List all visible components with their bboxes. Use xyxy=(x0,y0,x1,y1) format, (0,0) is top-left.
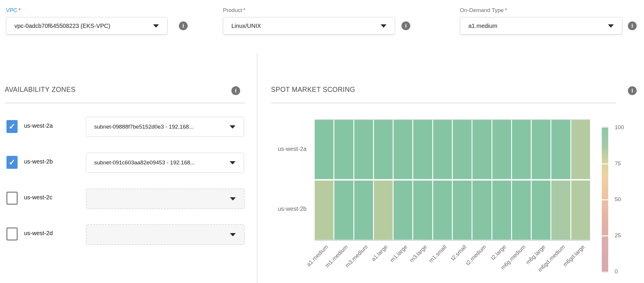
chevron-down-icon xyxy=(230,125,235,129)
legend-separator-2 xyxy=(602,235,608,236)
heatmap-col-label-t2.large: t2.large xyxy=(489,244,507,261)
legend-separator-0 xyxy=(602,164,608,164)
heatmap-col-label-m3.large: m3.large xyxy=(409,244,428,264)
heatmap-cell-us-west-2b-t2.medium xyxy=(472,181,491,240)
required-asterisk: * xyxy=(18,7,21,13)
legend-tick-25: 25 xyxy=(615,232,635,239)
heatmap-cell-us-west-2b-m1.large xyxy=(394,181,412,240)
heatmap-col-label-t2.small: t2.small xyxy=(450,244,468,262)
zone-label-us-west-2d: us-west-2d xyxy=(24,230,53,237)
product-label-text: Product xyxy=(223,7,242,13)
zone-row-us-west-2a: ✓us-west-2asubnet-09888f7be5152d0e3 - 19… xyxy=(6,117,245,136)
product-info-icon[interactable]: i xyxy=(401,21,410,30)
heatmap-cell-us-west-2a-a1.medium xyxy=(315,120,333,179)
subnet-select-us-west-2b[interactable]: subnet-091c603aa82e09453 - 192.168... xyxy=(86,153,244,173)
subnet-select-us-west-2a[interactable]: subnet-09888f7be5152d0e3 - 192.168... xyxy=(86,117,244,137)
heatmap-cell-us-west-2b-m6g.large xyxy=(532,181,550,240)
heatmap-cell-us-west-2a-t2.large xyxy=(492,120,511,179)
heatmap-cell-us-west-2b-m6gd.large xyxy=(571,181,590,240)
zone-row-us-west-2b: ✓us-west-2bsubnet-091c603aa82e09453 - 19… xyxy=(6,153,245,172)
on-demand-type-select[interactable]: a1.medium xyxy=(460,17,622,35)
heatmap-cell-us-west-2a-m6g.medium xyxy=(512,120,531,179)
checkbox-us-west-2a[interactable]: ✓ xyxy=(6,120,18,133)
legend-tick-50: 50 xyxy=(615,196,635,203)
chevron-down-icon xyxy=(608,24,614,28)
zone-row-us-west-2c: us-west-2c xyxy=(6,188,245,208)
heatmap-axis-line xyxy=(315,240,590,241)
required-asterisk: * xyxy=(505,7,507,13)
zone-label-us-west-2b: us-west-2b xyxy=(24,158,53,165)
product-select[interactable]: Linux/UNIX xyxy=(223,17,395,35)
vpc-select-value: vpc-0adcb70f645508223 (EKS-VPC) xyxy=(6,23,128,29)
chevron-down-icon xyxy=(230,197,236,201)
checkbox-us-west-2b[interactable]: ✓ xyxy=(6,156,18,169)
subnet-select-us-west-2c[interactable] xyxy=(86,188,245,209)
checkbox-us-west-2d[interactable] xyxy=(6,228,18,240)
heatmap-cell-us-west-2b-m6g.medium xyxy=(512,181,531,240)
heatmap xyxy=(315,120,590,240)
legend-bottom-cap xyxy=(602,272,608,273)
legend-tick-100: 100 xyxy=(615,124,635,131)
legend-tick-0: 0 xyxy=(615,268,635,275)
heatmap-cell-us-west-2a-m3.medium xyxy=(354,120,373,179)
on-demand-type-select-value: a1.medium xyxy=(460,23,515,29)
heatmap-cell-us-west-2b-t2.small xyxy=(453,181,472,240)
on-demand-type-info-icon[interactable]: i xyxy=(628,21,637,30)
product-field: Product* Linux/UNIX xyxy=(223,6,395,15)
availability-zones-info-icon[interactable]: i xyxy=(231,86,240,95)
subnet-select-value: subnet-091c603aa82e09453 - 192.168... xyxy=(86,159,215,166)
info-glyph: i xyxy=(235,87,236,94)
subnet-select-us-west-2d[interactable] xyxy=(86,224,245,245)
heatmap-cell-us-west-2a-m6g.large xyxy=(532,120,550,179)
on-demand-type-label-text: On-Demand Type xyxy=(460,7,504,13)
heatmap-cell-us-west-2b-a1.large xyxy=(374,181,393,240)
heatmap-cell-us-west-2b-m3.medium xyxy=(354,181,373,240)
vpc-label-text: VPC xyxy=(6,7,17,13)
subnet-select-value: subnet-09888f7be5152d0e3 - 192.168... xyxy=(86,124,214,130)
legend-separator-1 xyxy=(602,199,608,200)
spot-market-scoring-info-icon[interactable]: i xyxy=(628,86,637,95)
heatmap-cell-us-west-2b-m1.small xyxy=(433,181,452,240)
heatmap-col-label-m1.large: m1.large xyxy=(389,244,409,264)
vpc-select[interactable]: vpc-0adcb70f645508223 (EKS-VPC) xyxy=(6,17,167,35)
heatmap-cell-us-west-2b-m3.large xyxy=(413,181,432,240)
heatmap-col-label-t2.medium: t2.medium xyxy=(465,244,487,267)
spot-market-scoring-title: SPOT MARKET SCORING xyxy=(271,86,355,94)
chevron-down-icon xyxy=(230,161,235,164)
required-asterisk: * xyxy=(243,7,245,13)
heatmap-col-label-a1.large: a1.large xyxy=(370,244,389,262)
legend-tick-75: 75 xyxy=(615,160,635,167)
spot-market-scoring-divider xyxy=(271,103,616,103)
checkbox-us-west-2c[interactable] xyxy=(6,192,18,205)
product-label: Product* xyxy=(223,6,395,15)
heatmap-cell-us-west-2a-t2.small xyxy=(453,120,472,179)
heatmap-cell-us-west-2b-m6gd.medium xyxy=(551,181,570,240)
heatmap-col-label-m1.small: m1.small xyxy=(428,244,448,264)
heatmap-cell-us-west-2b-a1.medium xyxy=(315,181,333,240)
heatmap-cell-us-west-2a-m6gd.large xyxy=(571,120,590,179)
heatmap-cell-us-west-2a-m1.medium xyxy=(334,120,353,179)
on-demand-type-field: On-Demand Type* a1.medium xyxy=(460,6,622,15)
info-glyph: i xyxy=(631,23,633,29)
zone-row-us-west-2d: us-west-2d xyxy=(6,224,245,244)
availability-zones-divider xyxy=(5,103,245,103)
vpc-label: VPC* xyxy=(6,6,167,15)
on-demand-type-label: On-Demand Type* xyxy=(460,6,622,15)
heatmap-row-label-us-west-2b: us-west-2b xyxy=(242,205,306,212)
check-icon: ✓ xyxy=(9,158,16,167)
vpc-info-icon[interactable]: i xyxy=(179,21,188,30)
availability-zones-title: AVAILABILITY ZONES xyxy=(5,86,76,94)
spot-market-config-page: VPC* vpc-0adcb70f645508223 (EKS-VPC) i P… xyxy=(0,0,644,283)
check-icon: ✓ xyxy=(9,122,16,131)
chevron-down-icon xyxy=(153,24,159,28)
heatmap-cell-us-west-2a-a1.large xyxy=(374,120,393,179)
chevron-down-icon xyxy=(230,233,236,236)
heatmap-cell-us-west-2a-m1.small xyxy=(433,120,452,179)
info-glyph: i xyxy=(405,23,406,29)
zone-label-us-west-2c: us-west-2c xyxy=(24,194,52,201)
zone-label-us-west-2a: us-west-2a xyxy=(24,122,53,129)
heatmap-cell-us-west-2a-t2.medium xyxy=(472,120,491,179)
chevron-down-icon xyxy=(381,24,387,28)
heatmap-cell-us-west-2b-t2.large xyxy=(492,181,511,240)
product-select-value: Linux/UNIX xyxy=(223,23,279,29)
